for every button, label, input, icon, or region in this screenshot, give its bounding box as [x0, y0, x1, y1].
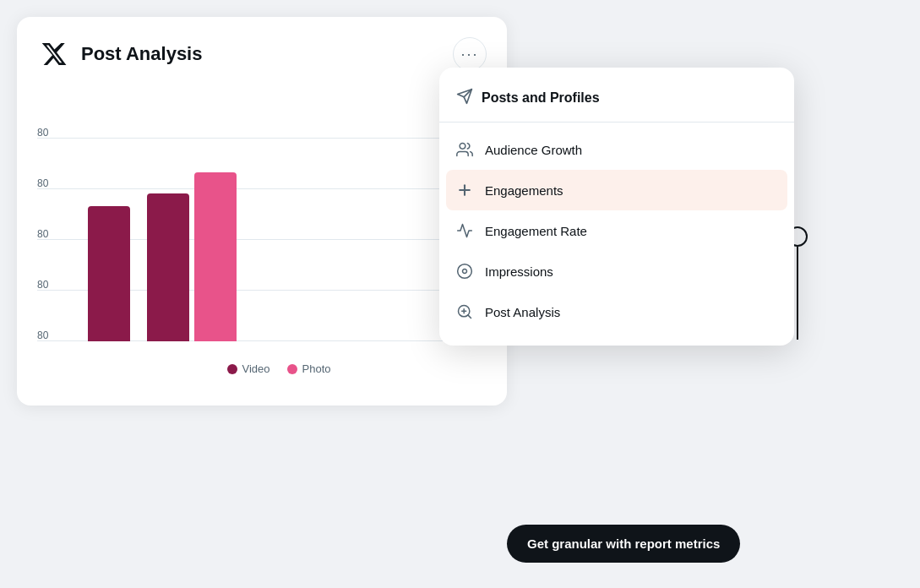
y-label: 80 — [37, 177, 63, 189]
chart-area: 80 80 80 80 80 Video Photo — [37, 88, 487, 375]
audience-growth-icon — [456, 141, 473, 158]
dropdown-item-engagement-rate[interactable]: Engagement Rate — [439, 210, 794, 251]
post-analysis-label: Post Analysis — [485, 305, 560, 319]
dropdown-menu: Posts and Profiles Audience Growth Engag… — [439, 68, 794, 346]
tooltip-label: Get granular with report metrics — [527, 536, 720, 551]
bar-group — [147, 172, 237, 341]
legend-dot-photo — [287, 364, 297, 374]
engagement-rate-icon — [456, 222, 473, 239]
y-label: 80 — [37, 279, 63, 291]
more-options-button[interactable]: ··· — [453, 37, 487, 71]
y-label: 80 — [37, 127, 63, 139]
bar-video — [147, 193, 189, 341]
impressions-icon — [456, 263, 473, 280]
connector-line — [797, 247, 798, 340]
chart-legend: Video Photo — [71, 362, 487, 375]
dropdown-item-impressions[interactable]: Impressions — [439, 251, 794, 291]
main-card: Post Analysis ··· 80 80 80 80 80 Video — [17, 17, 507, 406]
x-logo — [37, 37, 71, 71]
dropdown-item-engagements[interactable]: Engagements — [446, 170, 787, 210]
post-analysis-icon — [456, 303, 473, 320]
dropdown-header: Posts and Profiles — [439, 81, 794, 122]
legend-label-video: Video — [242, 362, 270, 375]
page-title: Post Analysis — [81, 43, 202, 65]
audience-growth-label: Audience Growth — [485, 143, 582, 157]
legend-item-video: Video — [227, 362, 270, 375]
send-icon — [456, 88, 473, 108]
bar-video — [88, 206, 130, 341]
legend-dot-video — [227, 364, 237, 374]
more-options-icon: ··· — [460, 46, 478, 63]
dropdown-header-label: Posts and Profiles — [482, 90, 600, 106]
tooltip: Get granular with report metrics — [507, 525, 740, 563]
impressions-label: Impressions — [485, 264, 553, 279]
card-header: Post Analysis ··· — [37, 37, 487, 71]
legend-label-photo: Photo — [302, 362, 331, 375]
engagement-rate-label: Engagement Rate — [485, 224, 587, 238]
dropdown-item-audience-growth[interactable]: Audience Growth — [439, 129, 794, 170]
y-label: 80 — [37, 329, 63, 341]
bar-photo — [194, 172, 237, 341]
bars-container — [71, 88, 487, 341]
y-label: 80 — [37, 228, 63, 240]
plus-icon — [456, 182, 473, 199]
legend-item-photo: Photo — [287, 362, 331, 375]
svg-point-2 — [460, 144, 465, 150]
svg-point-6 — [463, 270, 467, 274]
svg-point-5 — [458, 264, 472, 279]
engagements-label: Engagements — [485, 183, 563, 198]
svg-line-8 — [468, 315, 471, 318]
dropdown-item-post-analysis[interactable]: Post Analysis — [439, 291, 794, 332]
bar-group — [88, 206, 130, 341]
